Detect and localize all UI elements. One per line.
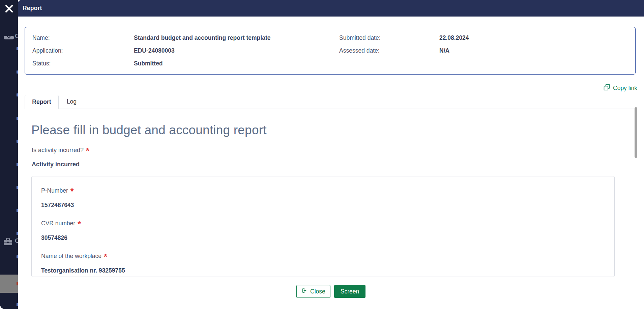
summary-row: Assessed date: N/A [339, 44, 469, 57]
summary-value: Submitted [134, 60, 163, 67]
required-marker: * [70, 187, 74, 196]
copy-link-button[interactable]: Copy link [604, 84, 637, 92]
field-value: Testorganisation nr. 93259755 [41, 267, 605, 274]
field-cvr-number: CVR number* 30574826 [41, 220, 605, 242]
tab-report[interactable]: Report [25, 95, 59, 109]
question-label: Is activity incurred?* [32, 147, 89, 154]
field-label: Name of the workplace* [41, 253, 605, 260]
close-button[interactable]: Close [296, 285, 330, 298]
summary-value: Standard budget and accounting report te… [134, 34, 270, 41]
field-p-number: P-Number* 1572487643 [41, 187, 605, 209]
summary-value: N/A [439, 47, 449, 54]
summary-row: Application: EDU-24080003 [32, 44, 339, 57]
required-marker: * [86, 146, 89, 156]
briefcase-icon [3, 238, 12, 247]
box-arrow-right-icon [301, 288, 307, 295]
required-marker: * [78, 219, 81, 229]
summary-label: Assessed date: [339, 47, 439, 54]
modal-body: Name: Standard budget and accounting rep… [18, 17, 644, 311]
modal-header: Report [18, 0, 644, 17]
field-label-text: Name of the workplace [41, 253, 101, 259]
app-sidebar: C C [0, 0, 18, 309]
summary-right-column: Submitted date: 22.08.2024 Assessed date… [339, 31, 469, 74]
screen-button-label: Screen [341, 288, 359, 295]
vertical-scrollbar-thumb[interactable] [635, 107, 637, 158]
form-heading: Please fill in budget and accounting rep… [31, 123, 267, 137]
tab-log[interactable]: Log [59, 95, 85, 109]
handshake-icon [3, 35, 14, 42]
summary-label: Submitted date: [339, 34, 439, 41]
field-value: 30574826 [41, 234, 605, 242]
modal-title: Report [23, 5, 42, 12]
summary-left-column: Name: Standard budget and accounting rep… [32, 31, 339, 74]
summary-value: EDU-24080003 [134, 47, 175, 54]
workplace-fields-card: P-Number* 1572487643 CVR number* 3057482… [31, 176, 615, 277]
field-label-text: CVR number [41, 220, 75, 227]
summary-row: Status: Submitted [32, 57, 339, 70]
field-label-text: P-Number [41, 187, 68, 194]
summary-row: Name: Standard budget and accounting rep… [32, 31, 339, 44]
field-label: CVR number* [41, 220, 605, 227]
copy-link-label: Copy link [613, 85, 637, 92]
clipped-menu-text: C [15, 32, 18, 40]
clipped-menu-text: C [15, 237, 18, 245]
summary-label: Name: [32, 34, 134, 41]
field-value: 1572487643 [41, 202, 605, 209]
field-workplace-name: Name of the workplace* Testorganisation … [41, 253, 605, 274]
copy-icon [604, 84, 610, 92]
summary-label: Status: [32, 60, 134, 67]
report-modal: Report Name: Standard budget and account… [18, 0, 644, 311]
question-answer: Activity incurred [32, 161, 80, 168]
modal-footer: Close Screen [296, 285, 365, 298]
summary-value: 22.08.2024 [439, 34, 469, 41]
close-button-label: Close [310, 288, 325, 295]
field-label: P-Number* [41, 187, 605, 194]
question-label-text: Is activity incurred? [32, 147, 84, 153]
screen-button[interactable]: Screen [334, 285, 365, 298]
required-marker: * [104, 252, 107, 261]
summary-row: Submitted date: 22.08.2024 [339, 31, 469, 44]
summary-label: Application: [32, 47, 134, 54]
report-summary-card: Name: Standard budget and accounting rep… [25, 27, 636, 75]
tab-bar: Report Log [25, 95, 634, 109]
close-icon[interactable] [3, 3, 15, 15]
sidebar-highlighted-item [0, 275, 18, 293]
